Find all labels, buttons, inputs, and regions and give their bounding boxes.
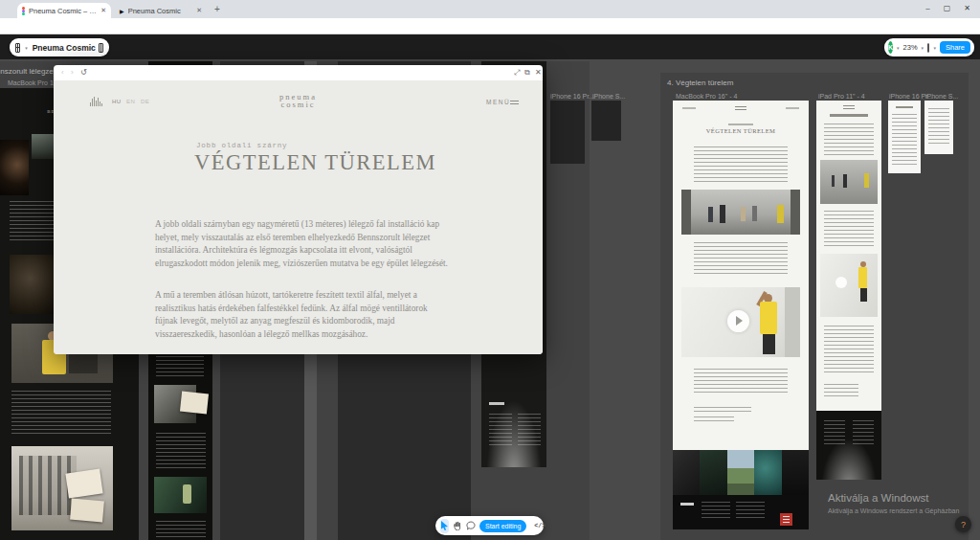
frame-iphone16-mid[interactable] [550,101,585,164]
window-controls: – ▢ ✕ [925,0,970,15]
mini-site-logo [843,105,855,109]
paragraph-1: A jobb oldali szárnyban egy nagyméretű (… [155,218,448,270]
mini-kicker [728,124,753,125]
chevron-down-icon[interactable]: ▾ [897,45,900,51]
frame-macbook4-title: VÉGTELEN TÜRELEM [673,127,809,134]
text-lines [892,114,917,166]
footer-logo-mark [680,503,694,506]
frame-iphone16-right[interactable] [888,101,921,173]
photo-landscape [32,134,55,159]
minimize-icon[interactable]: – [925,4,929,12]
photo-green-scene [154,477,207,513]
site-footer [673,495,809,529]
photo-strip [673,450,809,495]
site-logo-line2: cosmic [54,101,543,109]
mini-title [830,114,868,117]
paragraph-2: A mű a teremben átlósan húzott, tartóker… [155,289,448,341]
frame-label-iphonese-mid[interactable]: iPhone S... [592,93,625,100]
browser-tab-strip: Pneuma Cosmic – Figma ✕ ▶ Pneuma Cosmic … [0,0,980,18]
frame-iphonese-right[interactable] [924,101,953,154]
windows-watermark-line1: Aktiválja a Windowst [828,492,928,504]
text-lines [694,146,788,185]
text-lines [11,391,111,435]
text-lines [928,108,949,146]
page-title: VÉGTELEN TÜRELEM [194,150,436,175]
preview-restart-icon[interactable]: ↺ [80,68,87,77]
photo-bw-hall [11,446,113,530]
text-lines [736,502,765,521]
viewer-toolbar: Start editing </> [435,516,544,535]
photo-gallery-mini [820,160,878,204]
mini-nav-left [682,107,696,109]
help-button[interactable]: ? [955,516,971,532]
browser-toolbar: ← → ⟳ ⌂ ⇄ https://www.figma.com/design/U… [0,18,980,34]
frame-iphonese-mid[interactable] [591,101,621,141]
tab-figma-preview[interactable]: ▶ Pneuma Cosmic ✕ [115,3,207,18]
figma-favicon [22,7,25,15]
text-lines [694,369,788,395]
frame-label-ipad4[interactable]: iPad Pro 11" - 4 [818,93,865,100]
frame-label-iphone16-mid[interactable]: iPhone 16 Pr... [550,93,594,100]
file-name: Pneuma Cosmic [33,43,96,53]
footer-glow [481,387,546,467]
dev-mode-icon[interactable]: </> [534,523,546,529]
quote-lines [694,407,751,415]
frame-label-iphonese-right[interactable]: iPhone S... [925,93,958,100]
zoom-level[interactable]: 23% [903,43,918,52]
photo-postcard [180,392,209,415]
menu-label[interactable]: MENÜ [486,99,510,105]
photo-gallery-people [681,190,800,235]
tab-title: Pneuma Cosmic – Figma [29,7,97,15]
play-favicon: ▶ [120,8,124,14]
figma-topbar: ▾ Pneuma Cosmic K ▾ 23% ▾ ▾ Share [0,34,980,59]
mini-nav-right [786,107,799,109]
close-icon[interactable]: ✕ [535,68,542,77]
start-editing-button[interactable]: Start editing [479,520,526,532]
frame-macbook4[interactable]: VÉGTELEN TÜRELEM [673,101,809,529]
close-window-icon[interactable]: ✕ [964,4,970,12]
view-settings-icon[interactable] [927,43,929,53]
view-controls-pill: K ▾ 23% ▾ ▾ Share [884,38,974,56]
tab-close-icon[interactable]: ✕ [100,7,106,14]
fit-to-screen-icon[interactable]: ⤢ [514,68,520,78]
frame-ipad4[interactable] [816,101,881,480]
pages-icon[interactable] [99,43,103,53]
tab-close-icon[interactable]: ✕ [196,7,202,14]
share-button[interactable]: Share [940,41,970,54]
frame-label-macbook4[interactable]: MacBook Pro 16" - 4 [676,93,737,100]
text-lines [694,242,788,275]
preview-forward-icon[interactable]: › [71,68,74,77]
mini-title [896,106,913,108]
section-label-left[interactable]: Bennszorult lélegzet [0,67,56,76]
play-button-icon[interactable] [727,310,749,332]
file-name-pill[interactable]: ▾ Pneuma Cosmic [10,38,109,56]
chevron-down-icon[interactable]: ▾ [922,45,924,51]
chevron-down-icon[interactable]: ▾ [933,45,936,51]
hand-tool[interactable] [453,517,462,534]
text-lines [10,201,54,241]
chevron-down-icon[interactable]: ▾ [25,45,28,51]
maximize-icon[interactable]: ▢ [944,4,951,12]
preview-titlebar[interactable]: ‹ › ↺ ⤢ ⧉ ✕ [54,65,543,80]
text-lines [824,124,874,156]
page-kicker: Jobb oldali szárny [196,142,287,149]
section-label-right[interactable]: 4. Végtelen türelem [667,79,733,87]
move-tool-selected[interactable] [440,519,449,533]
tab-figma-design[interactable]: Pneuma Cosmic – Figma ✕ [17,3,111,18]
play-button-icon[interactable] [835,277,847,288]
photo-hands [0,140,29,195]
preview-window[interactable]: ‹ › ↺ ⤢ ⧉ ✕ HU EN DE pneuma cosmic MENÜ … [54,65,543,354]
assets-icon [15,43,20,53]
open-in-new-icon[interactable]: ⧉ [524,68,530,78]
hamburger-icon[interactable] [510,101,519,104]
text-lines [824,384,858,399]
new-tab-button[interactable]: + [214,4,220,14]
text-lines [156,521,206,538]
site-logo[interactable]: pneuma cosmic [54,93,543,109]
preview-back-icon[interactable]: ‹ [61,68,64,77]
mini-site-logo [735,106,746,110]
user-avatar[interactable]: K [888,41,893,54]
footer-red-logo [780,513,792,526]
comment-tool[interactable] [466,517,476,534]
text-lines [824,326,874,373]
